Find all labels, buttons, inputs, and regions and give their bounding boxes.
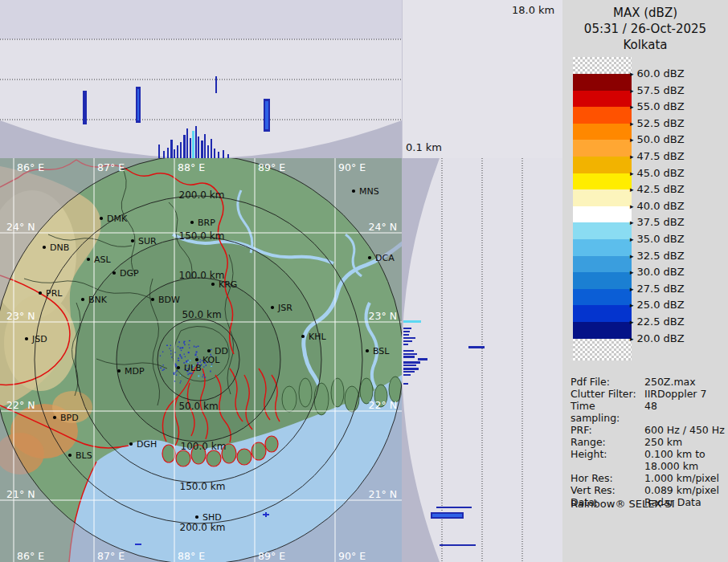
longitude-label-bottom: 88° E xyxy=(178,550,205,562)
scale-arrow-icon: ▸ xyxy=(630,218,634,226)
scale-arrow-icon: ▸ xyxy=(630,318,634,326)
scale-label-text: 35.0 dBZ xyxy=(637,233,685,245)
scale-label-text: 57.5 dBZ xyxy=(637,84,685,96)
range-ring-label: 150.0 km xyxy=(179,230,225,242)
echo-speckle xyxy=(195,354,197,355)
scale-arrow-icon: ▸ xyxy=(630,268,634,276)
metadata-row: Clutter Filter:IIRDoppler 7 xyxy=(571,388,725,400)
echo-speckle xyxy=(178,360,179,361)
range-ring-label: 50.0 km xyxy=(178,401,218,412)
scale-label: ▸30.0 dBZ xyxy=(630,266,685,279)
scale-label-text: 47.5 dBZ xyxy=(637,150,685,162)
scale-label-text: 25.0 dBZ xyxy=(637,299,685,311)
latitude-label-left: 23° N xyxy=(6,310,35,322)
station-label: BDW xyxy=(158,295,180,305)
scale-label-text: 55.0 dBZ xyxy=(637,100,685,112)
station-dot xyxy=(117,369,121,373)
echo-speckle xyxy=(163,369,165,369)
latitude-label-left: 24° N xyxy=(6,221,35,233)
scale-label: ▸27.5 dBZ xyxy=(630,283,685,295)
echo-speckle xyxy=(170,348,170,348)
scale-label: ▸55.0 dBZ xyxy=(630,100,685,113)
echo-speckle xyxy=(188,352,190,353)
longitude-label-top: 89° E xyxy=(258,161,285,173)
station-dot xyxy=(207,349,211,352)
echo-speckle xyxy=(175,364,176,365)
station-label: BLS xyxy=(76,450,92,461)
echo-speckle xyxy=(180,382,181,383)
scale-label: ▸22.5 dBZ xyxy=(630,316,685,328)
scale-label: ▸40.0 dBZ xyxy=(630,200,685,213)
metadata-row: Hor Res:1.000 km/pixel xyxy=(571,472,725,484)
station-label: JSR xyxy=(277,303,292,313)
station-dot xyxy=(81,298,84,301)
scale-label: ▸37.5 dBZ xyxy=(630,216,685,229)
product-timestamp: 05:31 / 26-Oct-2025 xyxy=(562,21,728,37)
echo-speckle xyxy=(188,344,189,345)
latitude-label-right: 21° N xyxy=(369,488,397,500)
echo-speckle xyxy=(170,353,171,354)
echo-speckle xyxy=(178,346,178,347)
station-dot xyxy=(301,335,305,338)
strip-divider xyxy=(402,0,403,158)
scale-arrow-icon: ▸ xyxy=(630,301,634,309)
scale-label: ▸47.5 dBZ xyxy=(630,150,685,163)
metadata-label: PRF: xyxy=(571,424,644,436)
scale-arrow-icon: ▸ xyxy=(630,136,634,144)
echo-speckle xyxy=(182,347,183,348)
echo-bar xyxy=(201,140,203,158)
station-dot xyxy=(112,271,116,275)
scale-label-text: 50.0 dBZ xyxy=(637,133,685,145)
metadata-label: Range: xyxy=(571,436,644,448)
scale-label: ▸52.5 dBZ xyxy=(630,117,685,130)
station-dot xyxy=(211,283,215,286)
longitude-label-bottom: 89° E xyxy=(258,550,285,562)
echo-bar xyxy=(403,383,408,385)
longitude-label-top: 87° E xyxy=(97,161,125,173)
echo-speckle xyxy=(163,364,164,365)
station-dot xyxy=(368,256,371,259)
metadata-row: Time sampling:48 xyxy=(571,400,725,424)
scale-label-text: 60.0 dBZ xyxy=(637,67,685,79)
scale-label-text: 32.5 dBZ xyxy=(637,250,685,262)
echo-speckle xyxy=(265,512,267,517)
station-dot xyxy=(177,366,180,369)
metadata-row: Pdf File:250Z.max xyxy=(571,376,725,388)
echo-speckle xyxy=(203,366,204,367)
longitude-label-bottom: 87° E xyxy=(97,550,125,562)
scale-band xyxy=(573,272,632,289)
echo-speckle xyxy=(160,356,161,356)
station-dot xyxy=(53,416,56,419)
range-ring-label: 200.0 km xyxy=(179,189,225,201)
side-cross-section-canvas xyxy=(402,158,562,562)
scale-label: ▸25.0 dBZ xyxy=(630,299,685,312)
echo-speckle xyxy=(189,340,190,341)
scale-label: ▸50.0 dBZ xyxy=(630,133,685,146)
range-ring-label: 200.0 km xyxy=(180,522,226,533)
station-dot xyxy=(39,291,42,295)
echo-bar xyxy=(403,344,408,345)
scale-label: ▸45.0 dBZ xyxy=(630,167,685,180)
latitude-label-right: 24° N xyxy=(369,221,397,233)
scale-label-text: 30.0 dBZ xyxy=(637,266,685,278)
echo-bar xyxy=(83,91,87,124)
station-dot xyxy=(151,298,154,301)
echo-speckle xyxy=(198,375,199,377)
echo-bar xyxy=(403,356,415,358)
top-cross-section xyxy=(0,0,402,158)
echo-speckle xyxy=(180,354,181,355)
scale-arrow-icon: ▸ xyxy=(630,153,634,161)
echo-bar xyxy=(163,151,165,158)
metadata-label: Time sampling: xyxy=(571,400,644,424)
scale-band xyxy=(573,222,632,239)
radar-display: 18.0 km 0.1 km xyxy=(0,0,728,562)
product-title: MAX (dBZ) xyxy=(562,5,728,21)
echo-bar xyxy=(211,139,212,158)
scale-band xyxy=(573,305,632,322)
echo-speckle xyxy=(160,368,162,369)
echo-speckle xyxy=(176,375,177,376)
scale-label-text: 27.5 dBZ xyxy=(637,283,685,295)
station-dot xyxy=(100,217,103,220)
range-ring-label: 100.0 km xyxy=(181,441,227,452)
legend-header: MAX (dBZ) 05:31 / 26-Oct-2025 Kolkata xyxy=(562,5,728,53)
